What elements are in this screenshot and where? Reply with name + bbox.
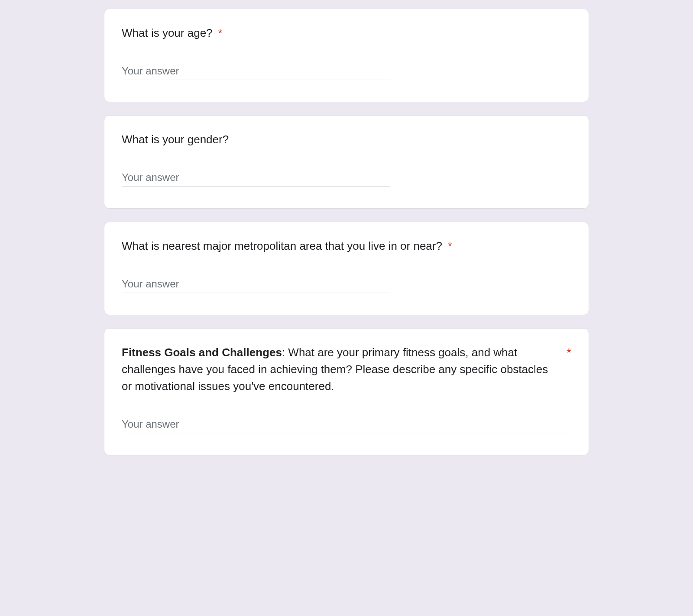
- question-header: Fitness Goals and Challenges: What are y…: [122, 344, 571, 395]
- question-card-gender: What is your gender?: [104, 115, 589, 209]
- question-header: What is your gender?: [122, 131, 571, 148]
- question-card-metro: What is nearest major metropolitan area …: [104, 222, 589, 315]
- age-input[interactable]: [122, 62, 390, 80]
- question-label: What is your age?: [122, 26, 213, 39]
- required-star-icon: *: [448, 240, 452, 252]
- question-card-age: What is your age? *: [104, 9, 589, 102]
- question-title: What is your age? *: [122, 25, 571, 42]
- question-header: What is nearest major metropolitan area …: [122, 238, 571, 255]
- required-star-icon: *: [567, 344, 571, 361]
- question-header: What is your age? *: [122, 25, 571, 42]
- question-card-fitness-goals: Fitness Goals and Challenges: What are y…: [104, 328, 589, 455]
- question-bold-prefix: Fitness Goals and Challenges: [122, 346, 282, 359]
- fitness-goals-input[interactable]: [122, 416, 571, 433]
- required-star-icon: *: [218, 27, 222, 39]
- gender-input[interactable]: [122, 169, 390, 187]
- question-title: What is your gender?: [122, 131, 571, 148]
- form-container: What is your age? * What is your gender?…: [48, 9, 645, 455]
- question-label: What is your gender?: [122, 133, 229, 146]
- question-label: What is nearest major metropolitan area …: [122, 239, 442, 252]
- question-title: Fitness Goals and Challenges: What are y…: [122, 344, 549, 395]
- metro-input[interactable]: [122, 275, 390, 293]
- question-title: What is nearest major metropolitan area …: [122, 238, 571, 255]
